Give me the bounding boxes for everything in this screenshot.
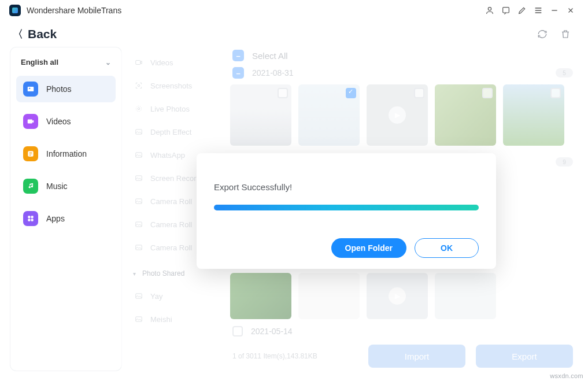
thumb-checkbox[interactable] <box>278 88 288 98</box>
image-icon <box>133 315 145 324</box>
thumb-checkbox[interactable] <box>482 88 493 98</box>
subcat-item-videos[interactable]: Videos <box>130 51 219 74</box>
sidebar-item-label: Apps <box>46 214 65 223</box>
play-icon: ▶ <box>389 287 406 305</box>
select-all-checkbox[interactable]: – <box>232 50 244 61</box>
thumb-checkbox[interactable] <box>346 88 356 98</box>
image-icon <box>133 243 145 252</box>
menu-icon[interactable] <box>530 2 546 19</box>
thumbnail[interactable]: ▶ <box>367 84 428 146</box>
svg-rect-15 <box>136 153 142 157</box>
svg-rect-8 <box>28 219 30 221</box>
music-icon <box>23 179 38 194</box>
sidebar-item-label: Information <box>46 149 87 158</box>
import-button[interactable]: Import <box>368 345 465 368</box>
account-icon[interactable] <box>482 2 498 19</box>
category-sidebar: English all ⌄ Photos Videos Information <box>10 47 121 371</box>
group-checkbox[interactable] <box>232 326 243 336</box>
thumbnail[interactable] <box>298 84 360 146</box>
photos-icon <box>23 82 38 97</box>
thumbnail[interactable]: ▶ <box>367 273 428 319</box>
subcat-label: Live Photos <box>150 105 190 113</box>
thumb-checkbox[interactable] <box>414 88 424 98</box>
progress-bar <box>214 205 479 210</box>
open-folder-button[interactable]: Open Folder <box>331 238 406 258</box>
feedback-icon[interactable] <box>498 2 514 19</box>
sidebar-item-label: Photos <box>46 84 72 94</box>
content-footer: 1 of 3011 Item(s),143.81KB Import Export <box>228 340 578 368</box>
close-icon[interactable] <box>563 2 579 19</box>
subcat-item-yay[interactable]: Yay <box>130 284 219 308</box>
thumbnail[interactable] <box>230 273 291 319</box>
apps-icon <box>23 211 38 226</box>
svg-rect-17 <box>136 199 142 204</box>
language-selector[interactable]: English all ⌄ <box>16 56 116 76</box>
videos-icon <box>23 114 38 129</box>
select-all-row[interactable]: – Select All <box>228 47 578 64</box>
subcat-label: Screenshots <box>150 82 192 90</box>
svg-rect-2 <box>28 87 34 91</box>
svg-rect-7 <box>31 216 34 218</box>
export-button[interactable]: Export <box>476 345 573 368</box>
subcat-label: Camera Roll <box>150 243 192 252</box>
livephoto-icon <box>133 104 145 113</box>
svg-rect-4 <box>28 120 32 124</box>
subcat-label: Depth Effect <box>150 128 191 136</box>
sidebar-item-music[interactable]: Music <box>16 173 116 199</box>
svg-rect-16 <box>136 176 142 180</box>
subcat-label: Videos <box>150 58 173 67</box>
watermark: wsxdn.com <box>550 372 583 379</box>
back-bar: 〈 Back <box>0 21 588 47</box>
caret-down-icon: ▾ <box>133 271 138 277</box>
image-icon <box>133 127 145 136</box>
group-checkbox[interactable]: – <box>232 67 244 79</box>
edit-icon[interactable] <box>514 2 530 19</box>
date-group-row[interactable]: 2021-05-14 <box>228 323 578 340</box>
sidebar-item-information[interactable]: Information <box>16 140 116 167</box>
subcat-item-depth[interactable]: Depth Effect <box>130 120 219 143</box>
svg-rect-9 <box>31 219 34 221</box>
image-icon <box>133 150 145 160</box>
subcat-label: Camera Roll <box>150 197 192 206</box>
date-group-row[interactable]: – 2021-08-31 5 <box>228 64 578 82</box>
screenshot-icon <box>133 81 145 90</box>
back-button[interactable]: 〈 Back <box>13 27 57 41</box>
svg-rect-14 <box>136 130 142 134</box>
subcat-label: Meishi <box>150 315 172 324</box>
thumbnail[interactable] <box>230 84 291 146</box>
sidebar-item-label: Videos <box>46 117 71 126</box>
minimize-icon[interactable] <box>546 2 563 19</box>
thumbnail[interactable] <box>298 273 360 319</box>
svg-rect-19 <box>136 245 142 250</box>
ok-button[interactable]: OK <box>415 238 479 258</box>
delete-icon[interactable] <box>556 24 575 44</box>
thumbnail[interactable] <box>503 84 564 146</box>
sidebar-item-photos[interactable]: Photos <box>16 76 116 102</box>
svg-rect-10 <box>136 61 140 65</box>
sidebar-item-apps[interactable]: Apps <box>16 205 116 232</box>
thumb-checkbox[interactable] <box>550 88 561 98</box>
modal-title: Export Successfully! <box>214 182 479 192</box>
subcat-item-livephotos[interactable]: Live Photos <box>130 97 219 120</box>
thumbnail[interactable] <box>435 273 496 319</box>
subcat-item-screenshots[interactable]: Screenshots <box>130 74 219 97</box>
svg-rect-1 <box>503 8 509 13</box>
thumbnail[interactable] <box>435 84 496 146</box>
subcat-label: WhatsApp <box>150 151 185 160</box>
group-count: 9 <box>556 157 573 167</box>
select-all-label: Select All <box>252 51 288 61</box>
svg-point-3 <box>29 88 30 89</box>
chevron-left-icon: 〈 <box>13 27 23 41</box>
image-icon <box>133 220 145 229</box>
subcat-item-meishi[interactable]: Meishi <box>130 308 219 331</box>
thumbnail-grid: ▶ <box>228 82 578 149</box>
sidebar-item-videos[interactable]: Videos <box>16 108 116 135</box>
video-icon <box>133 58 145 67</box>
group-count: 5 <box>556 68 573 77</box>
svg-point-11 <box>138 84 140 87</box>
sidebar-item-label: Music <box>46 182 68 191</box>
subcat-label: Yay <box>150 292 162 301</box>
image-icon <box>133 291 145 301</box>
svg-point-0 <box>488 8 491 10</box>
refresh-icon[interactable] <box>532 24 552 44</box>
